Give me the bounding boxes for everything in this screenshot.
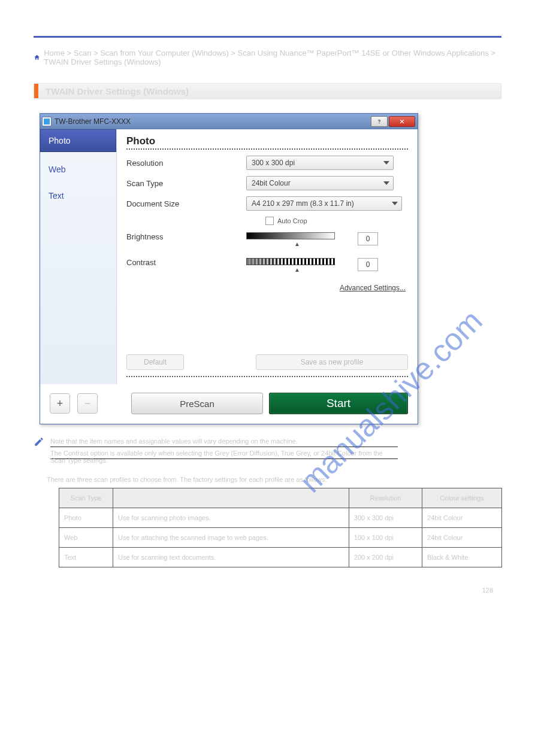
tab-text[interactable]: Text bbox=[40, 184, 116, 207]
remove-profile-button[interactable]: − bbox=[77, 393, 98, 414]
advanced-settings-link[interactable]: Advanced Settings... bbox=[126, 284, 406, 292]
contrast-slider[interactable] bbox=[246, 258, 335, 265]
tab-web[interactable]: Web bbox=[40, 158, 116, 181]
section-title: TWAIN Driver Settings (Windows) bbox=[46, 86, 189, 96]
slider-thumb-icon: ▲ bbox=[246, 241, 348, 247]
resolution-dropdown[interactable]: 300 x 300 dpi bbox=[246, 156, 394, 170]
help-button[interactable] bbox=[371, 116, 388, 127]
divider bbox=[126, 376, 408, 377]
document-size-value: A4 210 x 297 mm (8.3 x 11.7 in) bbox=[252, 199, 354, 208]
contrast-value[interactable]: 0 bbox=[358, 258, 378, 271]
table-row: Photo Use for scanning photo images. 300… bbox=[59, 508, 502, 528]
label-document-size: Document Size bbox=[126, 199, 246, 208]
label-contrast: Contrast bbox=[126, 258, 246, 267]
home-icon bbox=[34, 53, 40, 62]
tab-label: Web bbox=[49, 165, 66, 174]
tab-photo[interactable]: Photo bbox=[40, 129, 116, 152]
label-scan-type: Scan Type bbox=[126, 179, 246, 188]
factory-settings-table: Scan Type Resolution Colour settings Pho… bbox=[59, 488, 502, 567]
brightness-value[interactable]: 0 bbox=[358, 232, 378, 245]
divider bbox=[126, 148, 408, 150]
auto-crop-checkbox[interactable] bbox=[265, 217, 274, 225]
table-row: Web Use for attaching the scanned image … bbox=[59, 528, 502, 548]
scan-type-value: 24bit Colour bbox=[252, 179, 291, 187]
table-header: Scan Type bbox=[59, 488, 113, 508]
table-header: Colour settings bbox=[422, 488, 502, 508]
close-icon bbox=[398, 119, 406, 125]
note-line-2: The Contrast option is available only wh… bbox=[50, 447, 398, 464]
pencil-icon bbox=[34, 436, 44, 447]
note-line-1: Note that the item names and assignable … bbox=[50, 435, 398, 445]
sidebar: Photo Web Text bbox=[40, 129, 117, 384]
close-button[interactable] bbox=[389, 116, 415, 127]
chevron-down-icon bbox=[383, 161, 389, 165]
prescan-button[interactable]: PreScan bbox=[131, 393, 263, 414]
label-resolution: Resolution bbox=[126, 159, 246, 168]
brightness-slider[interactable] bbox=[246, 232, 335, 239]
accent-bar bbox=[34, 84, 38, 98]
slider-thumb-icon: ▲ bbox=[246, 266, 348, 273]
label-brightness: Brightness bbox=[126, 232, 246, 241]
titlebar[interactable]: TW-Brother MFC-XXXX bbox=[40, 114, 418, 129]
scan-type-dropdown[interactable]: 24bit Colour bbox=[246, 176, 394, 190]
save-profile-button[interactable]: Save as new profile bbox=[256, 354, 408, 370]
document-size-dropdown[interactable]: A4 210 x 297 mm (8.3 x 11.7 in) bbox=[246, 196, 402, 211]
twain-dialog: TW-Brother MFC-XXXX Photo Web Text Photo bbox=[40, 113, 418, 424]
tab-label: Photo bbox=[49, 136, 71, 145]
intro-text: There are three scan profiles to choose … bbox=[47, 476, 501, 483]
breadcrumb: Home > Scan > Scan from Your Computer (W… bbox=[34, 48, 501, 66]
add-profile-button[interactable]: + bbox=[50, 393, 70, 414]
note-block: Note that the item names and assignable … bbox=[34, 435, 501, 459]
default-button[interactable]: Default bbox=[126, 354, 184, 370]
chevron-down-icon bbox=[392, 202, 398, 205]
start-button[interactable]: Start bbox=[269, 393, 408, 414]
tab-label: Text bbox=[49, 191, 64, 201]
chevron-down-icon bbox=[383, 181, 389, 185]
section-header: TWAIN Driver Settings (Windows) bbox=[34, 83, 501, 99]
breadcrumb-text: Home > Scan > Scan from Your Computer (W… bbox=[44, 48, 501, 66]
table-header: Resolution bbox=[349, 488, 422, 508]
table-header bbox=[113, 488, 349, 508]
dialog-footer: + − PreScan Start bbox=[40, 384, 418, 424]
resolution-value: 300 x 300 dpi bbox=[252, 159, 295, 167]
window-title: TW-Brother MFC-XXXX bbox=[55, 117, 131, 126]
help-icon bbox=[376, 119, 382, 125]
table-row: Text Use for scanning text documents. 20… bbox=[59, 548, 502, 567]
panel-heading: Photo bbox=[126, 135, 408, 147]
label-auto-crop: Auto Crop bbox=[277, 217, 307, 224]
table-header-row: Scan Type Resolution Colour settings bbox=[59, 488, 502, 508]
app-icon bbox=[43, 117, 51, 126]
page-number: 128 bbox=[482, 587, 493, 594]
